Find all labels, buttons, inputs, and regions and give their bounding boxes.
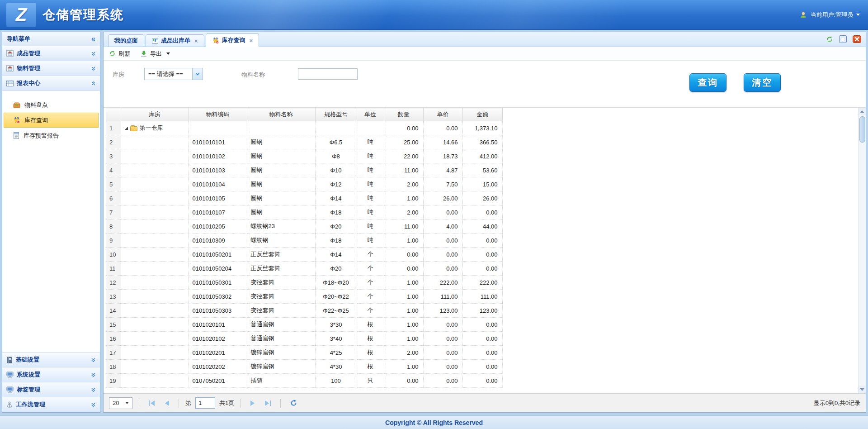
sidebar-group-materials[interactable]: 物料管理 (2, 61, 100, 76)
cell-qty: 2.00 (384, 346, 423, 360)
export-button[interactable]: 导出 (140, 50, 170, 58)
prev-page-button[interactable] (162, 400, 172, 406)
column-header[interactable]: 物料编码 (189, 108, 247, 121)
cell-code: 0101010103 (189, 163, 247, 177)
cell-qty: 0.00 (384, 262, 423, 276)
app-logo: Z (6, 3, 36, 27)
table-row[interactable]: 70101010107圆钢Φ18吨2.000.000.00 (106, 205, 502, 219)
table-row[interactable]: 80101010205螺纹钢23Φ20吨11.004.0044.00 (106, 219, 502, 234)
table-row[interactable]: 90101010309螺纹钢Φ18吨1.000.000.00 (106, 234, 502, 248)
column-header[interactable]: 单位 (357, 108, 384, 121)
cell-spec: Φ8 (315, 149, 357, 163)
close-icon[interactable] (853, 35, 861, 43)
user-menu[interactable]: 当前用户:管理员 (800, 11, 860, 19)
divider (241, 399, 241, 408)
table-row[interactable]: 10010101050201正反丝套筒Φ14个0.000.000.00 (106, 248, 502, 262)
sidebar-item-material-count[interactable]: 物料盘点 (4, 97, 99, 112)
table-row[interactable]: 13010101050302变径套筒Φ20~Φ22个1.00111.00111.… (106, 290, 502, 304)
refresh-label: 刷新 (118, 50, 130, 58)
tab-close-icon[interactable]: × (194, 38, 198, 44)
cell-amount: 111.00 (462, 290, 502, 304)
app-header: Z 仓储管理系统 当前用户:管理员 (0, 0, 868, 30)
cell-code: 0101010102 (189, 149, 247, 163)
column-header[interactable]: 数量 (384, 108, 423, 121)
column-header[interactable]: 库房 (121, 108, 189, 121)
page-number-input[interactable] (195, 397, 215, 409)
divider (179, 399, 179, 408)
sidebar-group-basic-settings[interactable]: 基础设置 (2, 353, 100, 367)
table-row[interactable]: 170101020201镀锌扁钢4*25根2.000.000.00 (106, 346, 502, 360)
cell-code: 0101010107 (189, 205, 247, 219)
sidebar-group-report-center[interactable]: 报表中心 (2, 76, 100, 91)
table-row[interactable]: 11010101050204正反丝套筒Φ20个0.000.000.00 (106, 262, 502, 276)
sidebar-group-label-management[interactable]: 标签管理 (2, 382, 100, 397)
cell-unit: 吨 (357, 163, 384, 177)
table-row[interactable]: 150101020101普通扁钢3*30根1.000.000.00 (106, 318, 502, 332)
table-row[interactable]: 180101020202镀锌扁钢4*30根1.000.000.00 (106, 360, 502, 374)
scroll-up-arrow[interactable] (859, 108, 866, 115)
warehouse-select-value: == 请选择 == (145, 68, 192, 80)
maximize-icon[interactable] (839, 35, 847, 43)
table-row[interactable]: 1第一仓库0.000.001,373.10 (106, 121, 502, 135)
book-icon (6, 357, 13, 363)
reload-icon[interactable] (287, 400, 300, 406)
table-row[interactable]: 40101010103圆钢Φ10吨11.004.8753.60 (106, 163, 502, 177)
table-row[interactable]: 190107050201插销100只0.000.000.00 (106, 374, 502, 388)
tab-my-desktop[interactable]: 我的桌面 (108, 34, 144, 47)
vertical-scrollbar[interactable] (858, 108, 866, 393)
first-page-button[interactable] (146, 400, 158, 406)
table-row[interactable]: 160101020102普通扁钢3*40根1.000.000.00 (106, 332, 502, 346)
table-row[interactable]: 50101010104圆钢Φ12吨2.007.5015.00 (106, 177, 502, 191)
chevron-double-down-icon (91, 51, 96, 56)
cell-warehouse (121, 191, 189, 205)
warehouse-select[interactable]: == 请选择 == (144, 68, 203, 80)
table-row[interactable]: 60101010105圆钢Φ14吨1.0026.0026.00 (106, 191, 502, 205)
table-row[interactable]: 14010101050303变径套筒Φ22~Φ25个1.00123.00123.… (106, 304, 502, 318)
clear-button[interactable]: 清空 (744, 73, 781, 92)
monitor-icon (6, 386, 14, 393)
cell-unit: 吨 (357, 219, 384, 234)
cell-price: 123.00 (423, 304, 462, 318)
sidebar-item-inventory-warning-report[interactable]: 库存预警报告 (4, 128, 99, 143)
sidebar-title: 导航菜单 (7, 35, 30, 43)
cell-code: 010101050301 (189, 276, 247, 290)
table-row[interactable]: 12010101050301变径套筒Φ18~Φ20个1.00222.00222.… (106, 276, 502, 290)
cell-spec (315, 121, 357, 135)
sidebar-group-workflow-management[interactable]: 工作流管理 (2, 397, 100, 412)
last-page-button[interactable] (262, 400, 274, 406)
cell-price: 0.00 (423, 332, 462, 346)
scroll-down-arrow[interactable] (859, 386, 866, 393)
cell-name: 普通扁钢 (247, 332, 315, 346)
cell-amount: 123.00 (462, 304, 502, 318)
next-page-button[interactable] (247, 400, 258, 406)
tab-close-icon[interactable]: × (250, 37, 253, 44)
column-header[interactable]: 金额 (462, 108, 502, 121)
refresh-icon[interactable] (826, 36, 833, 43)
column-header[interactable]: 单价 (423, 108, 462, 121)
export-icon (140, 50, 147, 57)
cell-qty: 1.00 (384, 304, 423, 318)
column-header[interactable]: 规格型号 (315, 108, 357, 121)
table-row[interactable]: 20101010101圆钢Φ6.5吨25.0014.66366.50 (106, 135, 502, 149)
chevron-double-down-icon (91, 372, 96, 377)
cell-amount: 0.00 (462, 205, 502, 219)
material-name-input[interactable] (298, 68, 358, 80)
sidebar-group-system-settings[interactable]: 系统设置 (2, 367, 100, 382)
table-row[interactable]: 30101010102圆钢Φ8吨22.0018.73412.00 (106, 149, 502, 163)
sidebar-item-inventory-query[interactable]: 库存查询 (4, 113, 99, 128)
query-button[interactable]: 查询 (689, 73, 726, 92)
refresh-button[interactable]: 刷新 (109, 50, 130, 58)
sidebar-group-finished-goods[interactable]: 成品管理 (2, 46, 100, 61)
tab-finished-goods-outbound[interactable]: 成品出库单 × (146, 34, 204, 47)
row-number: 5 (106, 177, 121, 191)
cell-spec: Φ10 (315, 163, 357, 177)
scrollbar-thumb[interactable] (859, 116, 865, 143)
row-number: 4 (106, 163, 121, 177)
caret-down-icon (125, 402, 129, 404)
column-header[interactable]: 物料名称 (247, 108, 315, 121)
page-size-select[interactable]: 20 (109, 397, 132, 409)
tab-inventory-query[interactable]: 库存查询 × (206, 33, 259, 47)
cell-name: 镀锌扁钢 (247, 346, 315, 360)
tree-expand-icon[interactable] (125, 127, 128, 130)
sidebar-collapse-icon[interactable]: « (91, 35, 95, 43)
